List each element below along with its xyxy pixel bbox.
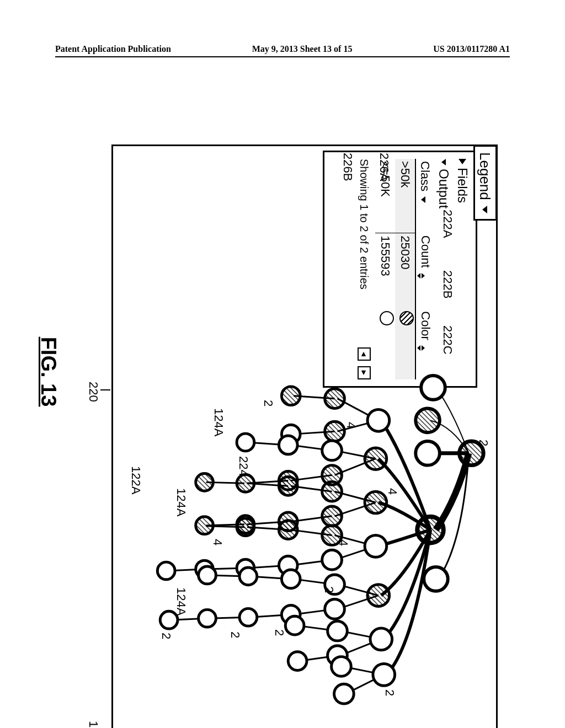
svg-point-39 [288, 652, 307, 671]
node-count: 4 [344, 422, 358, 429]
ref-120: 120 [86, 721, 100, 728]
svg-point-36 [281, 570, 300, 588]
svg-point-50 [199, 566, 216, 584]
ref-224: 224 [236, 456, 250, 477]
svg-point-24 [328, 621, 348, 641]
node-count: 4 [210, 539, 225, 545]
svg-point-26 [332, 657, 351, 677]
svg-point-45 [239, 568, 257, 585]
ref-124A: 124A [211, 408, 226, 436]
svg-point-6 [424, 567, 448, 591]
svg-point-5 [417, 517, 444, 543]
svg-point-30 [279, 436, 297, 454]
svg-point-23 [325, 599, 345, 619]
ref-222C: 222C [440, 325, 455, 355]
ref-124A: 124A [174, 587, 188, 615]
legend-tab[interactable]: Legend [473, 145, 497, 221]
svg-point-47 [196, 474, 214, 491]
svg-point-28 [281, 387, 300, 405]
node-count: 2 [261, 400, 275, 406]
header-right: US 2013/0117280 A1 [433, 44, 510, 54]
node-count: 2 [382, 689, 397, 696]
svg-point-10 [365, 536, 387, 558]
svg-point-8 [365, 448, 387, 470]
svg-point-2 [421, 376, 445, 400]
svg-point-38 [285, 616, 304, 635]
svg-point-3 [415, 409, 440, 433]
ref-122A: 122A [129, 466, 143, 494]
legend-label: Legend [476, 152, 493, 200]
leader-line [100, 389, 110, 390]
ref-222B: 222B [440, 270, 455, 298]
header-center: May 9, 2013 Sheet 13 of 15 [252, 44, 353, 54]
svg-point-21 [322, 550, 342, 570]
svg-point-19 [322, 506, 342, 526]
ref-124A: 124A [174, 488, 188, 516]
header-left: Patent Application Publication [55, 44, 171, 54]
svg-point-12 [370, 628, 392, 650]
node-count: 2 [322, 586, 336, 593]
ref-226A: 226A [377, 153, 391, 181]
svg-point-46 [239, 608, 257, 626]
figure-caption: FIG. 13 [36, 144, 60, 599]
svg-point-34 [279, 521, 297, 539]
svg-point-48 [196, 517, 214, 534]
node-count: 2 [272, 629, 286, 636]
svg-point-40 [237, 433, 254, 451]
tree-diagram [113, 146, 496, 728]
svg-point-15 [325, 421, 345, 441]
ref-220: 220 [86, 382, 100, 402]
node-count: 2 [228, 631, 242, 638]
node-count: 2 [159, 633, 173, 639]
svg-point-11 [367, 585, 390, 607]
ref-222A: 222A [440, 210, 455, 238]
svg-point-9 [365, 491, 387, 513]
diagram-frame: Legend Fields Output [111, 144, 498, 728]
chevron-down-icon [482, 206, 487, 213]
node-count: 4 [385, 488, 399, 495]
node-count: 4 [336, 539, 350, 546]
svg-point-13 [373, 664, 395, 686]
node-count: 2 [476, 440, 491, 446]
svg-point-18 [322, 481, 342, 501]
svg-point-14 [325, 389, 345, 409]
svg-point-43 [237, 518, 254, 536]
svg-point-16 [322, 441, 342, 461]
svg-point-52 [157, 562, 175, 580]
svg-point-27 [334, 684, 354, 704]
svg-point-41 [237, 474, 254, 492]
figure-area: Legend Fields Output [55, 74, 510, 670]
svg-point-4 [415, 441, 440, 465]
svg-point-32 [279, 477, 297, 495]
svg-point-7 [367, 410, 390, 432]
svg-point-51 [199, 609, 216, 627]
ref-226B: 226B [340, 153, 355, 181]
